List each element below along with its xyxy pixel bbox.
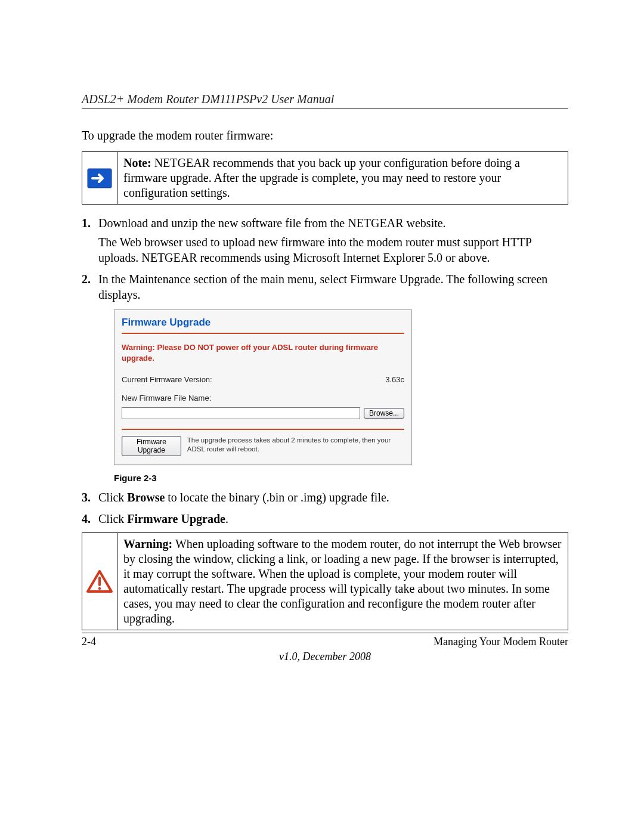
new-file-label: New Firmware File Name: (122, 394, 211, 404)
body: To upgrade the modem router firmware: No… (82, 128, 568, 630)
new-file-label-row: New Firmware File Name: (122, 394, 404, 404)
step-4-post: . (225, 512, 228, 525)
firmware-file-input[interactable] (122, 407, 360, 419)
warning-label: Warning: (123, 537, 172, 550)
figure-caption: Figure 2-3 (114, 472, 568, 484)
steps-list: Download and unzip the new software file… (82, 215, 568, 527)
page-footer: 2-4 Managing Your Modem Router v1.0, Dec… (82, 633, 568, 663)
panel-title: Firmware Upgrade (122, 316, 404, 334)
firmware-upgrade-panel: Firmware Upgrade Warning: Please DO NOT … (114, 309, 412, 465)
step-1-p2: The Web browser used to upload new firmw… (98, 234, 568, 265)
step-4-bold: Firmware Upgrade (127, 512, 225, 525)
note-text-cell: Note: NETGEAR recommends that you back u… (117, 152, 568, 205)
step-2: In the Maintenance section of the main m… (82, 271, 568, 484)
warning-icon-cell (82, 533, 117, 630)
browse-button[interactable]: Browse... (364, 408, 404, 419)
panel-divider (122, 429, 404, 430)
warning-text: When uploading software to the modem rou… (123, 537, 562, 625)
note-text: NETGEAR recommends that you back up your… (123, 156, 520, 199)
warning-text-cell: Warning: When uploading software to the … (117, 533, 568, 630)
step-3-pre: Click (98, 491, 127, 504)
warning-callout: Warning: When uploading software to the … (82, 532, 568, 630)
step-1: Download and unzip the new software file… (82, 215, 568, 265)
file-input-row: Browse... (122, 407, 404, 419)
note-icon-cell (82, 152, 117, 205)
note-callout: Note: NETGEAR recommends that you back u… (82, 151, 568, 205)
upgrade-hint: The upgrade process takes about 2 minute… (187, 436, 404, 454)
screenshot-wrap: Firmware Upgrade Warning: Please DO NOT … (114, 309, 568, 465)
page: ADSL2+ Modem Router DM111PSPv2 User Manu… (0, 0, 644, 833)
note-label: Note: (123, 156, 151, 169)
intro-paragraph: To upgrade the modem router firmware: (82, 128, 568, 143)
footer-rule (82, 633, 568, 633)
current-version-value: 3.63c (385, 375, 404, 385)
panel-warning: Warning: Please DO NOT power off your AD… (122, 342, 404, 363)
step-1-p1: Download and unzip the new software file… (98, 215, 568, 231)
step-3-post: to locate the binary (.bin or .img) upgr… (165, 491, 389, 504)
footer-version: v1.0, December 2008 (82, 651, 568, 663)
current-version-label: Current Firmware Version: (122, 375, 212, 385)
arrow-note-icon (87, 168, 112, 188)
step-3: Click Browse to locate the binary (.bin … (82, 490, 568, 505)
warning-triangle-icon (86, 569, 113, 593)
footer-section: Managing Your Modem Router (434, 636, 568, 648)
step-4-text: Click Firmware Upgrade. (98, 511, 568, 527)
step-3-bold: Browse (127, 491, 165, 504)
step-4: Click Firmware Upgrade. (82, 511, 568, 527)
running-header: ADSL2+ Modem Router DM111PSPv2 User Manu… (82, 92, 568, 109)
panel-bottom-row: Firmware Upgrade The upgrade process tak… (122, 436, 404, 456)
step-2-text: In the Maintenance section of the main m… (98, 271, 568, 302)
firmware-upgrade-button[interactable]: Firmware Upgrade (122, 436, 181, 456)
page-number: 2-4 (82, 636, 96, 648)
footer-line: 2-4 Managing Your Modem Router (82, 636, 568, 648)
step-3-text: Click Browse to locate the binary (.bin … (98, 490, 568, 505)
current-version-row: Current Firmware Version: 3.63c (122, 375, 404, 385)
step-4-pre: Click (98, 512, 127, 525)
svg-point-3 (98, 587, 101, 590)
